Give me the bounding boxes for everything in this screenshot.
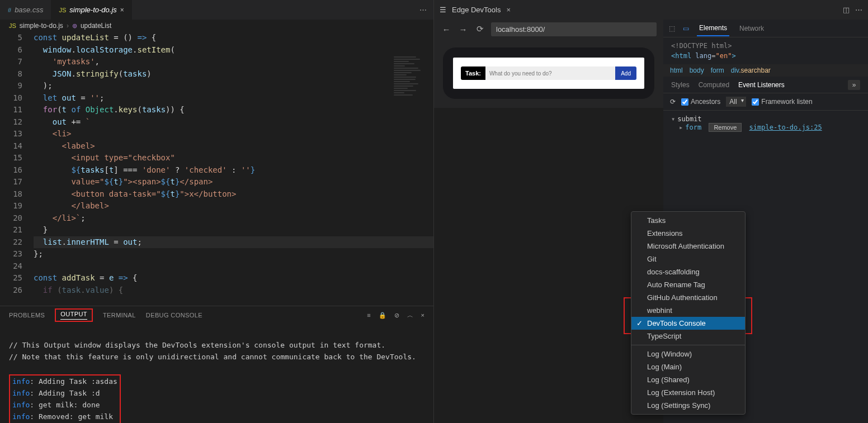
listener-filter-select[interactable]: All xyxy=(726,97,746,107)
output-source-menu[interactable]: TasksExtensionsMicrosoft AuthenticationG… xyxy=(631,211,746,415)
tab-debug-console[interactable]: DEBUG CONSOLE xyxy=(146,312,202,319)
caret-down-icon[interactable]: ▾ xyxy=(671,115,675,123)
more-tabs-icon[interactable]: » xyxy=(848,80,860,90)
listener-source-link[interactable]: simple-to-do.js:25 xyxy=(749,123,822,131)
output-comment: // Note that this feature is only unidir… xyxy=(9,353,416,361)
forward-icon[interactable]: → xyxy=(457,25,469,34)
caret-right-icon[interactable]: ▸ xyxy=(679,123,683,131)
crumb-form[interactable]: form xyxy=(711,66,724,74)
breadcrumb[interactable]: JS simple-to-do.js › ⊚ updateList xyxy=(0,20,433,32)
ancestors-label: Ancestors xyxy=(691,98,720,106)
more-icon[interactable]: ⋯ xyxy=(855,6,862,14)
js-icon: JS xyxy=(9,22,16,29)
menu-item[interactable]: GitHub Authentication xyxy=(631,291,745,304)
css-icon: # xyxy=(8,7,11,13)
tab-elements[interactable]: Elements xyxy=(697,21,729,36)
tab-network[interactable]: Network xyxy=(737,21,766,36)
menu-item[interactable]: webhint xyxy=(631,304,745,317)
menu-item[interactable]: Log (Settings Sync) xyxy=(631,399,745,412)
add-button[interactable]: Add xyxy=(615,66,636,80)
menu-item[interactable]: Log (Window) xyxy=(631,348,745,360)
tab-terminal[interactable]: TERMINAL xyxy=(103,312,136,319)
tab-more-icon[interactable]: ⋯ xyxy=(413,6,433,14)
event-listeners: ▾submit ▸form Remove simple-to-do.js:25 xyxy=(663,111,868,136)
devtools-title: Edge DevTools xyxy=(452,6,501,14)
output-body[interactable]: // This Output window displays the DevTo… xyxy=(0,324,433,423)
crumb-class: .searchbar xyxy=(739,66,771,74)
breadcrumb-file: simple-to-do.js xyxy=(20,22,63,30)
menu-item[interactable]: DevTools Console xyxy=(631,317,745,330)
editor-tabs: # base.css JS simple-to-do.js × ⋯ xyxy=(0,0,433,20)
device-icon[interactable]: ▭ xyxy=(683,25,689,32)
tab-computed[interactable]: Computed xyxy=(699,81,729,89)
preview-pane: Task: Add xyxy=(434,39,663,108)
close-icon[interactable]: × xyxy=(421,312,424,319)
bottom-panel: PROBLEMS OUTPUT TERMINAL DEBUG CONSOLE ≡… xyxy=(0,306,433,423)
menu-item[interactable]: Log (Extension Host) xyxy=(631,386,745,399)
refresh-icon[interactable]: ⟳ xyxy=(670,98,676,106)
doctype: <!DOCTYPE html> xyxy=(671,42,732,50)
output-comment: // This Output window displays the DevTo… xyxy=(9,341,385,349)
crumb-div[interactable]: div xyxy=(731,66,739,74)
event-submit[interactable]: submit xyxy=(677,115,701,123)
remove-listener-button[interactable]: Remove xyxy=(709,123,742,132)
lock-icon[interactable]: 🔒 xyxy=(379,312,386,319)
ancestors-checkbox[interactable]: Ancestors xyxy=(681,98,720,106)
filter-icon[interactable]: ≡ xyxy=(367,312,370,319)
panel-tabs: PROBLEMS OUTPUT TERMINAL DEBUG CONSOLE ≡… xyxy=(0,306,433,324)
menu-item[interactable]: Tasks xyxy=(631,214,745,227)
js-icon: JS xyxy=(59,7,66,13)
code-editor[interactable]: 567891011121314151617181920212223242526 … xyxy=(0,32,433,306)
browser-bar: ← → ⟳ xyxy=(434,20,663,39)
clear-icon[interactable]: ⊘ xyxy=(394,312,399,319)
menu-item[interactable]: Extensions xyxy=(631,227,745,240)
close-icon[interactable]: × xyxy=(120,6,124,14)
panel-icon: ☰ xyxy=(440,6,446,14)
framework-checkbox[interactable]: Framework listen xyxy=(752,98,812,106)
menu-item[interactable]: docs-scaffolding xyxy=(631,265,745,278)
dom-breadcrumb[interactable]: html body form div.searchbar xyxy=(663,64,868,77)
device-frame: Task: Add xyxy=(443,47,654,99)
chevron-up-icon[interactable]: ︿ xyxy=(407,311,413,320)
menu-item[interactable]: Microsoft Authentication xyxy=(631,240,745,253)
devtools-tabbar: ☰ Edge DevTools × ◫ ⋯ xyxy=(434,0,868,20)
reload-icon[interactable]: ⟳ xyxy=(474,24,485,34)
breadcrumb-symbol: updateList xyxy=(81,22,111,30)
task-label: Task: xyxy=(461,66,485,80)
menu-item[interactable]: TypeScript xyxy=(631,330,745,343)
tab-simple-to-do-js[interactable]: JS simple-to-do.js × xyxy=(51,0,131,20)
crumb-html[interactable]: html xyxy=(670,66,683,74)
tab-label: simple-to-do.js xyxy=(69,6,117,14)
dom-tree[interactable]: <!DOCTYPE html> <html lang="en"> xyxy=(663,37,868,64)
chevron-right-icon: › xyxy=(67,22,69,30)
preview-screen[interactable]: Task: Add xyxy=(453,58,644,89)
task-input[interactable] xyxy=(485,66,615,80)
framework-label: Framework listen xyxy=(761,98,812,106)
todo-form: Task: Add xyxy=(461,66,636,80)
tab-label: base.css xyxy=(15,6,43,14)
crumb-body[interactable]: body xyxy=(690,66,704,74)
split-icon[interactable]: ◫ xyxy=(843,6,850,14)
inspect-icon[interactable]: ⬚ xyxy=(669,25,675,32)
url-input[interactable] xyxy=(491,22,657,36)
minimap[interactable] xyxy=(391,54,433,121)
tab-output[interactable]: OUTPUT xyxy=(60,311,87,320)
menu-item[interactable]: Auto Rename Tag xyxy=(631,278,745,291)
symbol-icon: ⊚ xyxy=(72,22,77,30)
tab-problems[interactable]: PROBLEMS xyxy=(9,312,45,319)
event-target-form[interactable]: form xyxy=(685,123,701,131)
close-icon[interactable]: × xyxy=(506,6,511,14)
menu-item[interactable]: Log (Main) xyxy=(631,360,745,373)
menu-item[interactable]: Log (Shared) xyxy=(631,373,745,386)
tab-base-css[interactable]: # base.css xyxy=(0,0,51,20)
back-icon[interactable]: ← xyxy=(441,25,452,34)
menu-item[interactable]: Git xyxy=(631,253,745,265)
tab-event-listeners[interactable]: Event Listeners xyxy=(738,81,785,89)
tab-styles[interactable]: Styles xyxy=(671,81,690,89)
